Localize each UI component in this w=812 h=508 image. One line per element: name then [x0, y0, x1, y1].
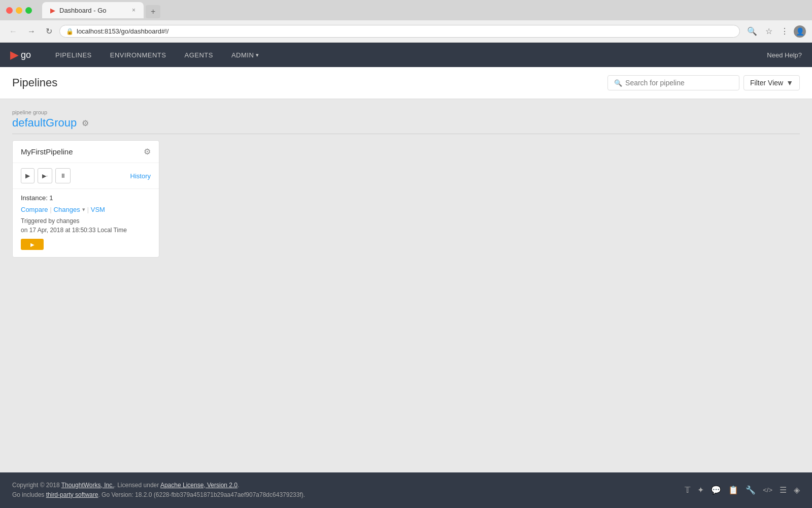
pipeline-instance: Instance: 1 Compare | Changes ▾ | VSM Tr…: [13, 188, 159, 257]
pipeline-settings-icon[interactable]: ⚙: [144, 147, 151, 156]
search-page-button[interactable]: 🔍: [744, 24, 760, 38]
footer-icons: 𝕋 ✦ 💬 📋 🔧 </> ☰ ◈: [685, 485, 800, 495]
play-button[interactable]: ▶: [21, 168, 35, 183]
changes-link[interactable]: Changes: [54, 206, 80, 213]
nav-agents[interactable]: AGENTS: [175, 43, 222, 67]
browser-menu-button[interactable]: ⋮: [777, 24, 792, 38]
search-pipeline-input[interactable]: [625, 79, 733, 87]
app-container: ▶ go PIPELINES ENVIRONMENTS AGENTS ADMIN…: [0, 43, 812, 508]
nav-environments[interactable]: ENVIRONMENTS: [101, 43, 176, 67]
nav-admin[interactable]: ADMIN ▾: [222, 43, 268, 67]
pipeline-group-header: defaultGroup ⚙: [12, 116, 800, 134]
active-tab[interactable]: ▶ Dashboard - Go ×: [42, 2, 144, 18]
need-help-link[interactable]: Need Help?: [767, 51, 802, 59]
admin-label: ADMIN: [231, 51, 254, 59]
pipeline-card: MyFirstPipeline ⚙ ▶ ▶· ⏸: [12, 140, 159, 258]
trigger-date: on 17 Apr, 2018 at 18:50:33 Local Time: [21, 227, 127, 234]
profile-avatar[interactable]: 👤: [794, 25, 806, 38]
search-filter-group: 🔍 Filter View ▼: [607, 75, 800, 90]
trigger-text: Triggered by changes: [21, 217, 80, 225]
footer-licensed: . Licensed under: [114, 482, 160, 489]
back-button[interactable]: ←: [6, 25, 20, 38]
pipeline-actions: ▶ ▶· ⏸ History: [13, 163, 159, 188]
separator-1: |: [50, 206, 51, 213]
nav-links: PIPELINES ENVIRONMENTS AGENTS ADMIN ▾: [46, 43, 268, 67]
browser-toolbar: ← → ↻ 🔒 localhost:8153/go/dashboard#!/ 🔍…: [0, 20, 812, 43]
instance-label: Instance: 1: [21, 194, 151, 202]
tab-title: Dashboard - Go: [59, 7, 107, 14]
play-with-options-button[interactable]: ▶·: [38, 168, 52, 183]
docs-icon[interactable]: 📋: [728, 485, 738, 495]
apache-license-link[interactable]: Apache License, Version 2.0: [160, 482, 238, 489]
admin-dropdown-icon: ▾: [256, 52, 259, 58]
tab-favicon-icon: ▶: [50, 7, 55, 14]
footer: Copyright © 2018 ThoughtWorks, Inc.. Lic…: [0, 472, 812, 508]
lock-icon: 🔒: [66, 28, 74, 35]
pipeline-group: pipeline group defaultGroup ⚙ MyFirstPip…: [12, 109, 800, 258]
tab-close-icon[interactable]: ×: [132, 7, 136, 14]
play-icon: ▶: [25, 172, 30, 179]
list-icon[interactable]: ☰: [780, 485, 787, 495]
top-nav: ▶ go PIPELINES ENVIRONMENTS AGENTS ADMIN…: [0, 43, 812, 67]
filter-view-button[interactable]: Filter View ▼: [743, 75, 800, 90]
pipeline-card-header: MyFirstPipeline ⚙: [13, 141, 159, 163]
pipeline-group-name[interactable]: defaultGroup: [12, 116, 77, 130]
footer-copyright: Copyright © 2018: [12, 482, 61, 489]
search-icon: 🔍: [614, 79, 622, 87]
traffic-lights: [6, 7, 32, 14]
page-title: Pipelines: [12, 76, 607, 89]
feed-icon[interactable]: ◈: [794, 485, 800, 495]
search-pipeline-input-wrapper[interactable]: 🔍: [607, 75, 739, 90]
stage-name: ▶: [30, 242, 35, 247]
compare-link[interactable]: Compare: [21, 206, 48, 213]
minimize-button[interactable]: [16, 7, 22, 14]
browser-chrome: ▶ Dashboard - Go × + ← → ↻ 🔒 localhost:8…: [0, 0, 812, 43]
instance-links: Compare | Changes ▾ | VSM: [21, 206, 151, 213]
forward-button[interactable]: →: [24, 25, 39, 38]
footer-version: . Go Version: 18.2.0 (6228-fbb379a451871…: [98, 491, 305, 498]
refresh-button[interactable]: ↻: [43, 24, 55, 38]
filter-view-icon: ▼: [786, 79, 793, 87]
browser-actions: 🔍 ☆ ⋮ 👤: [744, 24, 806, 38]
maximize-button[interactable]: [25, 7, 32, 14]
thoughtworks-link[interactable]: ThoughtWorks, Inc.: [61, 482, 114, 489]
footer-text: Copyright © 2018 ThoughtWorks, Inc.. Lic…: [12, 481, 305, 500]
separator-2: |: [87, 206, 89, 213]
pipeline-cards: MyFirstPipeline ⚙ ▶ ▶· ⏸: [12, 140, 800, 258]
filter-view-label: Filter View: [750, 79, 783, 87]
browser-titlebar: ▶ Dashboard - Go × +: [0, 0, 812, 20]
go-logo[interactable]: ▶ go: [10, 49, 31, 61]
github-icon[interactable]: ✦: [697, 485, 704, 495]
nav-right: Need Help?: [767, 50, 802, 59]
tab-bar: ▶ Dashboard - Go × +: [36, 2, 806, 18]
footer-period: .: [238, 482, 239, 489]
main-content: pipeline group defaultGroup ⚙ MyFirstPip…: [0, 99, 812, 472]
vsm-link[interactable]: VSM: [91, 206, 105, 213]
footer-go-includes: Go includes: [12, 491, 46, 498]
chat-icon[interactable]: 💬: [711, 485, 721, 495]
code-icon[interactable]: </>: [763, 486, 772, 494]
changes-dropdown-icon[interactable]: ▾: [82, 206, 85, 213]
pause-icon: ⏸: [60, 172, 66, 179]
stage-bar: ▶: [21, 239, 151, 250]
url-display: localhost:8153/go/dashboard#!/: [77, 27, 733, 35]
close-button[interactable]: [6, 7, 13, 14]
wrench-icon[interactable]: 🔧: [746, 485, 756, 495]
history-link[interactable]: History: [130, 172, 151, 180]
third-party-link[interactable]: third-party software: [46, 491, 98, 498]
twitter-icon[interactable]: 𝕋: [685, 485, 690, 495]
stage-badge[interactable]: ▶: [21, 239, 44, 250]
trigger-info: Triggered by changes on 17 Apr, 2018 at …: [21, 216, 151, 235]
page-header: Pipelines 🔍 Filter View ▼: [0, 67, 812, 99]
pipeline-name: MyFirstPipeline: [21, 147, 73, 156]
go-logo-icon: ▶: [10, 49, 18, 61]
go-logo-text: go: [21, 50, 31, 60]
new-tab-button[interactable]: +: [146, 5, 160, 18]
pipeline-group-label: pipeline group: [12, 109, 800, 115]
nav-pipelines[interactable]: PIPELINES: [46, 43, 101, 67]
bookmark-button[interactable]: ☆: [762, 24, 775, 38]
pause-button[interactable]: ⏸: [55, 168, 71, 183]
pipeline-group-settings-icon[interactable]: ⚙: [82, 118, 89, 128]
play-options-icon: ▶·: [42, 173, 48, 179]
address-bar[interactable]: 🔒 localhost:8153/go/dashboard#!/: [59, 25, 740, 38]
